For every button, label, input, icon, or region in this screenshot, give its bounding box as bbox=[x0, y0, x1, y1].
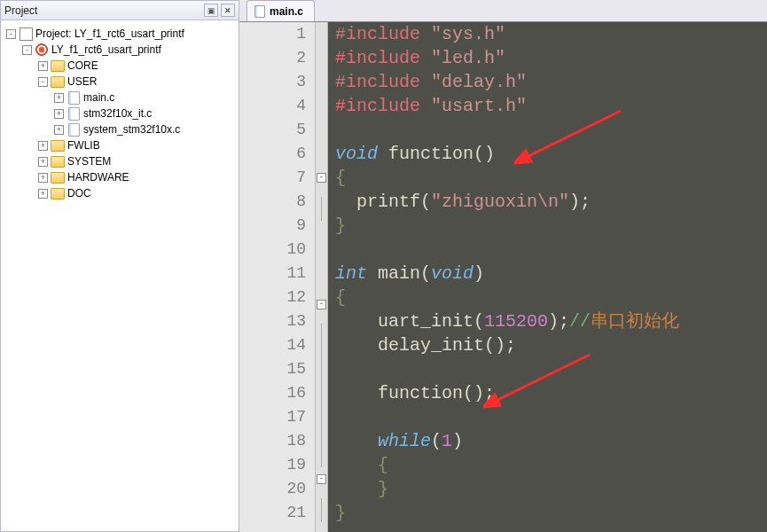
line-number: 7 bbox=[239, 166, 315, 190]
expander-icon[interactable]: + bbox=[38, 61, 48, 71]
expander-icon[interactable]: + bbox=[54, 125, 64, 135]
expander-icon[interactable]: + bbox=[54, 109, 64, 119]
project-panel-titlebar[interactable]: Project ▣ ✕ bbox=[1, 1, 239, 20]
tree-target-label: LY_f1_rct6_usart_printf bbox=[51, 43, 161, 56]
file-label-it: stm32f10x_it.c bbox=[83, 107, 152, 120]
folder-label-fwlib: FWLIB bbox=[67, 139, 100, 152]
line-number: 6 bbox=[239, 142, 315, 166]
line-number: 10 bbox=[239, 238, 315, 262]
line-number: 3 bbox=[239, 70, 315, 94]
code-line: printf("zhiguoxin\n"); bbox=[328, 190, 767, 214]
file-icon bbox=[254, 5, 265, 18]
file-icon bbox=[67, 107, 81, 120]
line-number: 9 bbox=[239, 214, 315, 238]
code-line: } bbox=[328, 501, 767, 525]
project-root-icon bbox=[19, 27, 33, 40]
code-text[interactable]: #include "sys.h" #include "led.h" #inclu… bbox=[328, 22, 767, 532]
tree-root[interactable]: - Project: LY_f1_rct6_usart_printf bbox=[3, 26, 237, 42]
tree-root-label: Project: LY_f1_rct6_usart_printf bbox=[35, 27, 184, 40]
pin-icon: ▣ bbox=[207, 6, 215, 15]
line-number: 12 bbox=[239, 286, 315, 309]
project-panel-title: Project bbox=[4, 4, 201, 17]
close-icon: ✕ bbox=[224, 6, 231, 15]
tree-folder-fwlib[interactable]: + FWLIB bbox=[3, 137, 237, 153]
code-line: int main(void) bbox=[328, 262, 767, 286]
line-number: 8 bbox=[239, 190, 315, 214]
line-number: 11 bbox=[239, 262, 315, 286]
expander-icon[interactable]: + bbox=[38, 141, 48, 151]
code-line: } bbox=[328, 477, 767, 501]
tree-file-main[interactable]: + main.c bbox=[3, 90, 237, 106]
editor-area: main.c 1 2 3 4 5 6 7 8 9 10 11 12 13 14 … bbox=[239, 0, 767, 532]
tab-label: main.c bbox=[270, 5, 303, 18]
line-number: 15 bbox=[239, 357, 315, 381]
expander-icon[interactable]: + bbox=[54, 93, 64, 103]
line-number: 20 bbox=[239, 477, 315, 501]
line-number: 16 bbox=[239, 381, 315, 405]
folder-label-core: CORE bbox=[67, 59, 98, 72]
target-icon bbox=[35, 43, 49, 56]
tab-main-c[interactable]: main.c bbox=[247, 0, 315, 21]
tree-folder-core[interactable]: + CORE bbox=[3, 58, 237, 74]
line-number: 21 bbox=[239, 501, 315, 525]
code-line: delay_init(); bbox=[328, 333, 767, 357]
line-number: 5 bbox=[239, 118, 315, 142]
file-icon bbox=[67, 91, 81, 104]
code-line: #include "usart.h" bbox=[328, 94, 767, 118]
expander-icon[interactable]: - bbox=[6, 29, 16, 39]
file-icon bbox=[67, 123, 81, 136]
expander-icon[interactable]: + bbox=[38, 173, 48, 183]
code-line: #include "led.h" bbox=[328, 46, 767, 70]
tree-folder-hardware[interactable]: + HARDWARE bbox=[3, 169, 237, 185]
folder-icon bbox=[51, 139, 65, 152]
file-label-main: main.c bbox=[83, 91, 114, 104]
tree-target[interactable]: - LY_f1_rct6_usart_printf bbox=[3, 42, 237, 58]
folder-icon bbox=[51, 59, 65, 72]
code-line: } bbox=[328, 214, 767, 238]
folder-label-hardware: HARDWARE bbox=[67, 171, 129, 184]
file-label-syscfg: system_stm32f10x.c bbox=[83, 123, 180, 136]
line-number: 19 bbox=[239, 453, 315, 477]
code-line: #include "sys.h" bbox=[328, 22, 767, 46]
fold-gutter[interactable]: - - - bbox=[316, 22, 328, 532]
folder-label-system: SYSTEM bbox=[67, 155, 111, 168]
expander-icon[interactable]: - bbox=[22, 45, 32, 55]
line-number: 2 bbox=[239, 46, 315, 70]
folder-icon bbox=[51, 171, 65, 184]
expander-icon[interactable]: + bbox=[38, 189, 48, 199]
line-number: 13 bbox=[239, 309, 315, 333]
code-editor[interactable]: 1 2 3 4 5 6 7 8 9 10 11 12 13 14 15 16 1… bbox=[239, 22, 767, 532]
code-line: function(); bbox=[328, 381, 767, 405]
folder-icon bbox=[51, 187, 65, 200]
tab-bar[interactable]: main.c bbox=[239, 0, 767, 22]
tree-file-it[interactable]: + stm32f10x_it.c bbox=[3, 106, 237, 121]
project-panel: Project ▣ ✕ - Project: LY_f1_rct6_usart_… bbox=[0, 0, 239, 532]
fold-toggle-icon[interactable]: - bbox=[317, 173, 326, 183]
folder-icon bbox=[51, 75, 65, 88]
close-panel-button[interactable]: ✕ bbox=[221, 4, 235, 17]
expander-icon[interactable]: - bbox=[38, 77, 48, 87]
code-line: { bbox=[328, 453, 767, 477]
line-number: 4 bbox=[239, 94, 315, 118]
fold-toggle-icon[interactable]: - bbox=[317, 474, 326, 484]
fold-toggle-icon[interactable]: - bbox=[317, 300, 326, 309]
code-line bbox=[328, 238, 767, 262]
folder-label-doc: DOC bbox=[67, 187, 91, 200]
tree-file-syscfg[interactable]: + system_stm32f10x.c bbox=[3, 121, 237, 137]
code-line: void function() bbox=[328, 142, 767, 166]
code-line: uart_init(115200);//串口初始化 bbox=[328, 309, 767, 333]
tree-folder-system[interactable]: + SYSTEM bbox=[3, 153, 237, 169]
project-tree[interactable]: - Project: LY_f1_rct6_usart_printf - LY_… bbox=[1, 20, 239, 531]
line-number-gutter: 1 2 3 4 5 6 7 8 9 10 11 12 13 14 15 16 1… bbox=[239, 22, 316, 532]
pin-button[interactable]: ▣ bbox=[204, 4, 218, 17]
code-line bbox=[328, 118, 767, 142]
expander-icon[interactable]: + bbox=[38, 157, 48, 167]
tree-folder-user[interactable]: - USER bbox=[3, 74, 237, 90]
code-line bbox=[328, 405, 767, 429]
code-line bbox=[328, 357, 767, 381]
tree-folder-doc[interactable]: + DOC bbox=[3, 185, 237, 201]
code-line: { bbox=[328, 166, 767, 190]
folder-icon bbox=[51, 155, 65, 168]
folder-label-user: USER bbox=[67, 75, 97, 88]
code-line: while(1) bbox=[328, 429, 767, 453]
